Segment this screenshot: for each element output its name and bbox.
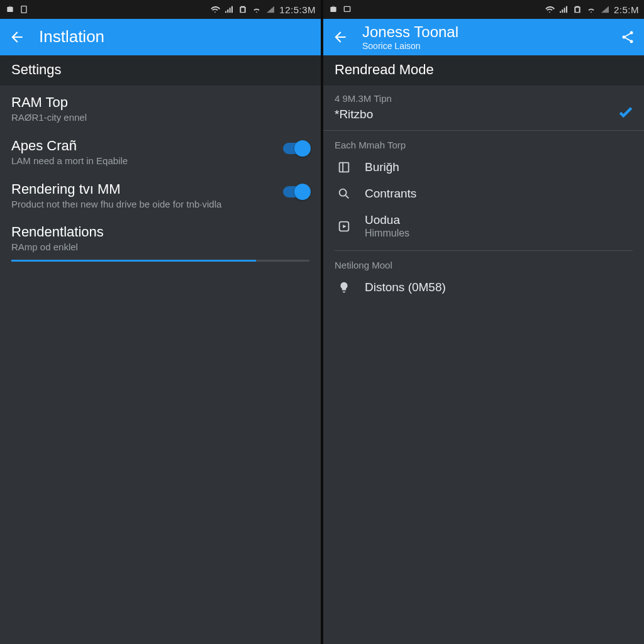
option-sub: Himmules [365, 228, 409, 239]
briefcase-icon [5, 4, 15, 14]
option-list-2: Distons (0M58) [335, 274, 633, 306]
svg-point-6 [340, 189, 347, 196]
briefcase-icon [328, 4, 338, 14]
option-label: Buriğh [365, 160, 399, 174]
clock-label: 12:5:3M [279, 4, 316, 15]
actionbar-title: Joness Toonal [362, 23, 458, 41]
wifi2-icon [252, 4, 262, 14]
clock-label: 2:5:M [614, 4, 639, 15]
back-button[interactable] [332, 29, 348, 45]
section-header-right: Rendread Mode [323, 55, 644, 86]
signal-icon [558, 4, 569, 14]
settings-list: RAM Top RAØR1-city ennel Apes Crañ LAM n… [0, 86, 321, 264]
back-button[interactable] [9, 29, 25, 45]
setting-title: Rendentlations [11, 224, 309, 240]
statusbar-left: 12:5:3M [0, 0, 321, 19]
setting-rendering[interactable]: Rendering tvı MM Product not theı new fh… [0, 175, 321, 218]
option-list-1: Buriğh Contrants Uodua Himmules [335, 154, 633, 251]
mode-row[interactable]: 4 9M.3M Tipn *Ritzbo [323, 86, 644, 131]
option-label: Uodua [365, 213, 409, 227]
battery-icon [572, 4, 582, 14]
toggle-switch[interactable] [283, 186, 309, 197]
setting-title: Rendering tvı MM [11, 181, 277, 197]
setting-title: Apes Crañ [11, 138, 277, 154]
search-icon [335, 187, 353, 201]
signal-icon [224, 4, 234, 14]
setting-subtitle: RAmp od enklel [11, 242, 309, 253]
progress-fill [11, 260, 256, 262]
toggle-switch[interactable] [283, 143, 309, 154]
setting-subtitle: Product not theı new fhu drive be oide f… [11, 199, 277, 211]
mode-hint: 4 9M.3M Tipn [335, 93, 633, 104]
battery-icon [238, 4, 248, 14]
play-box-icon [335, 219, 353, 233]
option-label: Distons (0M58) [365, 280, 446, 294]
actionbar-subtitle: Soorice Laison [362, 41, 458, 51]
setting-subtitle: RAØR1-city ennel [11, 112, 309, 124]
group-label-2: Netilong Mool [323, 251, 644, 274]
section-header-left: Settings [0, 55, 321, 86]
wifi2-icon [586, 4, 596, 14]
actionbar-left: Instlation [0, 19, 321, 55]
layout-icon [335, 160, 353, 174]
option-uodua[interactable]: Uodua Himmules [335, 207, 633, 245]
signal2-icon [265, 4, 275, 14]
signal2-icon [600, 4, 610, 14]
share-button[interactable] [620, 30, 635, 45]
phone-right: 2:5:M Joness Toonal Soorice Laison Rendr… [321, 0, 644, 644]
progress-bar [11, 260, 309, 262]
option-distons[interactable]: Distons (0M58) [335, 274, 633, 301]
bulb-icon [335, 280, 353, 294]
svg-rect-5 [340, 163, 349, 172]
svg-point-4 [630, 40, 633, 43]
svg-point-2 [630, 31, 633, 35]
option-label: Contrants [365, 187, 416, 201]
phone-left: 12:5:3M Instlation Settings RAM Top RAØR… [0, 0, 321, 644]
setting-rendentlations[interactable]: Rendentlations RAmp od enklel [0, 218, 321, 256]
setting-ram-top[interactable]: RAM Top RAØR1-city ennel [0, 88, 321, 131]
wifi-icon [210, 4, 220, 14]
statusbar-right: 2:5:M [323, 0, 644, 19]
page-icon [19, 4, 29, 14]
mode-selected: *Ritzbo [335, 108, 633, 121]
setting-title: RAM Top [11, 94, 309, 111]
actionbar-title: Instlation [39, 28, 104, 47]
wifi-icon [545, 4, 555, 14]
actionbar-right: Joness Toonal Soorice Laison [323, 19, 644, 55]
option-burigh[interactable]: Buriğh [335, 154, 633, 180]
option-contrants[interactable]: Contrants [335, 180, 633, 207]
window-icon [342, 4, 352, 14]
check-icon [616, 103, 635, 124]
setting-subtitle: LAM need a mort in Eqabile [11, 155, 277, 167]
svg-rect-1 [344, 6, 350, 11]
group-label-1: Each Mmah Torp [323, 131, 644, 154]
setting-apes-cran[interactable]: Apes Crañ LAM need a mort in Eqabile [0, 131, 321, 175]
svg-rect-0 [21, 6, 26, 13]
